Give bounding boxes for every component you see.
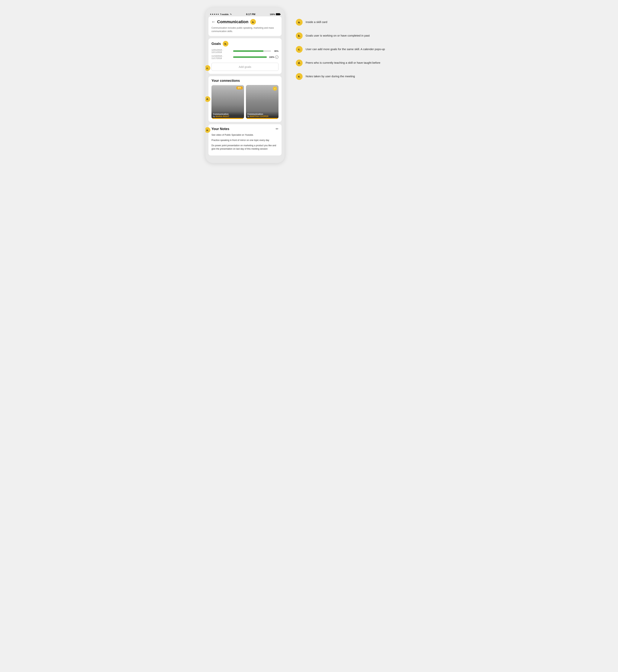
outer-wrapper: T-mobile ∿ 6:17 PM 100% ← Communication … <box>205 8 413 163</box>
goal-date-2: 11/10/2018 - 11/17/2018 <box>211 55 233 59</box>
progress-bar-bg-2 <box>233 56 267 58</box>
progress-bar-fill-2 <box>233 56 267 58</box>
goal-check-2: ✓ <box>275 56 279 59</box>
e-label-badge: e. <box>205 127 210 133</box>
card-overlay-2: Communication by MARTHA COOPER <box>246 111 279 119</box>
connections-section: d. Your connections 80% Communication by <box>208 76 282 122</box>
anno-badge-e: e. <box>296 73 303 80</box>
header-description: Communication includes public speaking, … <box>211 26 279 33</box>
card-bottom-bar-2 <box>246 118 279 119</box>
annotation-e: e. Notes taken by user during the meetin… <box>296 73 413 80</box>
progress-bar-bg-1 <box>233 50 271 52</box>
carrier-label: T-mobile <box>220 13 229 15</box>
battery-icon <box>276 13 280 15</box>
card-name-2: MARTHA COOPER <box>250 115 268 117</box>
anno-text-a: Inside a skill card <box>306 19 327 24</box>
e-label-wrapper: e. <box>205 127 210 133</box>
c-label-wrapper: c. <box>205 65 210 71</box>
notes-header: Your Notes ✏ <box>211 127 279 131</box>
anno-text-d: Peers who is currently teaching a skill … <box>306 60 380 65</box>
card-by-2: by MARTHA COOPER <box>247 115 277 117</box>
goals-header: Goals b. <box>211 41 279 47</box>
status-time: 6:17 PM <box>246 13 255 16</box>
card-by-1: by MARIA RIGHT <box>213 115 242 117</box>
notes-section: e. Your Notes ✏ See video of Public Spec… <box>208 124 282 156</box>
card-skill-1: Communication <box>213 113 242 115</box>
battery-pct-label: 100% <box>270 13 275 15</box>
goal-row-2: 11/10/2018 - 11/17/2018 100% ✓ <box>211 55 279 59</box>
goals-badge: b. <box>223 41 228 47</box>
goal-row-1: 12/01/2018 - 12/11/2018 80% <box>211 49 279 53</box>
c-label-badge: c. <box>205 65 210 71</box>
battery-fill <box>276 14 280 15</box>
header-badge: a. <box>250 19 256 25</box>
phone-mockup: T-mobile ∿ 6:17 PM 100% ← Communication … <box>205 8 285 163</box>
anno-text-e: Notes taken by user during the meeting <box>306 73 355 79</box>
card-bottom-bar-1 <box>211 118 244 119</box>
edit-icon[interactable]: ✏ <box>276 127 279 131</box>
add-goals-button[interactable]: Add goals <box>211 63 279 71</box>
back-button[interactable]: ← <box>211 19 216 24</box>
anno-badge-d: d. <box>296 60 303 66</box>
card-badge-pct-1: 80% <box>236 86 242 89</box>
wifi-icon: ∿ <box>230 13 232 15</box>
annotation-a: a. Inside a skill card <box>296 19 413 26</box>
anno-text-c: User can add more goals for the same ski… <box>306 46 385 52</box>
note-item-3: Do power point presentation on marketing… <box>211 144 279 151</box>
phone-content: ← Communication a. Communication include… <box>205 16 285 156</box>
anno-badge-a: a. <box>296 19 303 26</box>
connection-card-1[interactable]: 80% Communication by MARIA RIGHT <box>211 85 244 119</box>
card-badge-check-2: ✓ <box>273 86 277 91</box>
anno-badge-b: b. <box>296 32 303 39</box>
card-overlay-1: Communication by MARIA RIGHT <box>211 111 244 119</box>
d-label-badge: d. <box>205 96 210 102</box>
header-section: ← Communication a. Communication include… <box>208 16 282 36</box>
progress-pct-2: 100% <box>268 56 274 58</box>
connections-grid: 80% Communication by MARIA RIGHT <box>211 85 279 119</box>
goals-section: Goals b. 12/01/2018 - 12/11/2018 80% 11/… <box>208 38 282 74</box>
d-label-wrapper: d. <box>205 96 210 102</box>
annotation-d: d. Peers who is currently teaching a ski… <box>296 60 413 66</box>
connection-card-2[interactable]: ✓ Communication by MARTHA COOPER <box>246 85 279 119</box>
card-skill-2: Communication <box>247 113 277 115</box>
notes-title: Your Notes <box>211 127 229 131</box>
connections-title: Your connections <box>211 79 279 83</box>
anno-text-b: Goals user is working on or have complet… <box>306 32 370 38</box>
status-bar: T-mobile ∿ 6:17 PM 100% <box>205 11 285 16</box>
header-row: ← Communication a. <box>211 19 279 25</box>
annotation-b: b. Goals user is working on or have comp… <box>296 32 413 39</box>
goal-date-1: 12/01/2018 - 12/11/2018 <box>211 49 233 53</box>
page-title: Communication <box>217 19 248 24</box>
progress-pct-1: 80% <box>273 50 279 52</box>
signal-area: T-mobile ∿ <box>210 13 232 15</box>
annotation-c: c. User can add more goals for the same … <box>296 46 413 53</box>
anno-badge-c: c. <box>296 46 303 53</box>
battery-area: 100% <box>270 13 280 15</box>
note-item-2: Practice speaking in front of mirror on … <box>211 139 279 142</box>
note-item-1: See video of Public Specialist on Youtub… <box>211 133 279 137</box>
goals-title: Goals <box>211 42 221 46</box>
progress-bar-fill-1 <box>233 50 264 52</box>
annotations-panel: a. Inside a skill card b. Goals user is … <box>296 8 413 163</box>
card-name-1: MARIA RIGHT <box>215 115 229 117</box>
